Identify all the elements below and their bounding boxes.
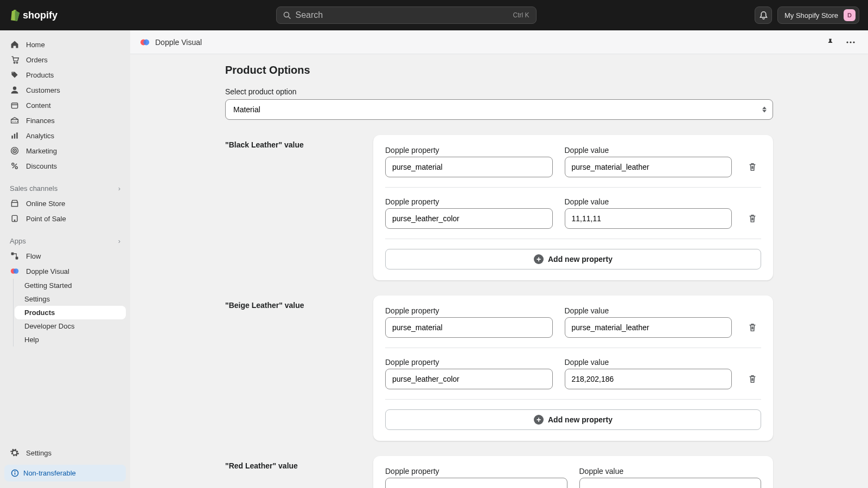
svg-point-2 (13, 87, 16, 90)
product-option-select[interactable]: Material (225, 99, 773, 120)
property-input[interactable] (385, 478, 567, 488)
search-input[interactable]: Search Ctrl K (276, 7, 537, 24)
property-input[interactable] (385, 317, 553, 338)
nav-home[interactable]: Home (4, 37, 126, 52)
nav-marketing[interactable]: Marketing (4, 143, 126, 158)
dopple-logo-icon (140, 37, 150, 47)
finances-icon (10, 115, 20, 125)
delete-property-button[interactable] (744, 157, 761, 177)
property-input[interactable] (385, 208, 553, 229)
value-label: Dopple value (565, 306, 732, 315)
svg-rect-13 (11, 202, 17, 206)
value-label: Dopple value (565, 146, 732, 155)
svg-rect-6 (16, 132, 17, 138)
nav-products[interactable]: Products (4, 67, 126, 82)
notifications-button[interactable] (755, 7, 772, 24)
dopple-sub-help[interactable]: Help (15, 333, 126, 346)
property-label: Dopple property (385, 358, 553, 367)
dopple-sub-developer-docs[interactable]: Developer Docs (15, 319, 126, 333)
app-dopple-visual[interactable]: Dopple Visual (4, 264, 126, 279)
property-row: Dopple property Dopple value (385, 197, 761, 239)
pin-icon (826, 38, 834, 46)
value-title: "Black Leather" value (225, 135, 358, 149)
trash-icon (748, 323, 757, 332)
value-input[interactable] (565, 157, 732, 177)
chevron-right-icon: › (118, 237, 120, 245)
property-input[interactable] (385, 369, 553, 389)
delete-property-button[interactable] (744, 317, 761, 338)
value-input[interactable] (565, 369, 732, 389)
nav-analytics[interactable]: Analytics (4, 128, 126, 143)
property-label: Dopple property (385, 197, 553, 206)
products-icon (10, 70, 20, 80)
property-label: Dopple property (385, 146, 553, 155)
non-transferable-badge[interactable]: Non-transferable (4, 465, 126, 481)
analytics-icon (10, 131, 20, 140)
nav-label: Customers (26, 86, 60, 94)
chevron-right-icon: › (118, 184, 120, 192)
dopple-sub-getting-started[interactable]: Getting Started (15, 279, 126, 292)
sales-point-of-sale[interactable]: Point of Sale (4, 211, 126, 226)
value-card: Dopple property Dopple value Dopple prop… (373, 296, 773, 441)
apps-header[interactable]: Apps › (4, 234, 126, 248)
more-button[interactable] (843, 35, 858, 50)
value-input[interactable] (565, 317, 732, 338)
property-label: Dopple property (385, 467, 567, 476)
svg-line-12 (12, 164, 17, 168)
property-input[interactable] (385, 157, 553, 177)
bell-icon (759, 11, 768, 20)
pos-icon (10, 214, 20, 223)
info-icon (11, 469, 19, 477)
main-scroll[interactable]: Product Options Select product option Ma… (130, 54, 868, 488)
property-row: Dopple property Dopple value (385, 467, 761, 488)
nav-discounts[interactable]: Discounts (4, 158, 126, 174)
pin-button[interactable] (822, 35, 838, 50)
store-icon (10, 198, 20, 208)
nav-label: Analytics (26, 132, 54, 140)
shopify-bag-icon (9, 9, 20, 21)
orders-icon (10, 55, 20, 65)
flow-icon (10, 251, 20, 261)
svg-point-25 (846, 41, 848, 43)
nav-orders[interactable]: Orders (4, 52, 126, 67)
settings-nav[interactable]: Settings (4, 445, 126, 460)
nav-content[interactable]: Content (4, 98, 126, 113)
svg-rect-4 (11, 136, 12, 139)
sales-channels-header[interactable]: Sales channels › (4, 181, 126, 196)
svg-point-10 (12, 163, 14, 165)
property-row: Dopple property Dopple value (385, 306, 761, 348)
brand-logo[interactable]: shopify (9, 9, 58, 21)
value-label: Dopple value (565, 358, 732, 367)
marketing-icon (10, 146, 20, 156)
value-title: "Red Leather" value (225, 456, 358, 470)
nav-label: Orders (26, 56, 48, 64)
dots-icon (846, 41, 855, 43)
value-input[interactable] (579, 478, 762, 488)
delete-property-button[interactable] (744, 208, 761, 229)
add-property-button[interactable]: +Add new property (385, 409, 761, 430)
nav-finances[interactable]: Finances (4, 113, 126, 128)
nav-label: Dopple Visual (26, 267, 69, 275)
dopple-sub-settings[interactable]: Settings (15, 292, 126, 306)
store-switcher[interactable]: My Shopify Store D (777, 7, 859, 24)
discounts-icon (10, 161, 20, 171)
svg-rect-5 (14, 134, 15, 139)
delete-property-button[interactable] (744, 369, 761, 389)
add-property-button[interactable]: +Add new property (385, 249, 761, 269)
svg-point-11 (15, 166, 17, 169)
nav-label: Products (26, 71, 54, 79)
app-flow[interactable]: Flow (4, 248, 126, 264)
sales-online-store[interactable]: Online Store (4, 196, 126, 211)
nav-label: Flow (26, 252, 41, 260)
svg-rect-16 (11, 253, 14, 255)
value-input[interactable] (565, 208, 732, 229)
nav-label: Point of Sale (26, 215, 66, 223)
dopple-sub-products[interactable]: Products (15, 306, 126, 319)
app-header: Dopple Visual (130, 30, 868, 54)
page-title: Product Options (225, 64, 773, 76)
content-area: Dopple Visual Product Options Select pro… (130, 30, 868, 488)
property-row: Dopple property Dopple value (385, 358, 761, 400)
svg-point-22 (15, 471, 15, 472)
svg-point-19 (14, 268, 19, 274)
nav-customers[interactable]: Customers (4, 82, 126, 98)
